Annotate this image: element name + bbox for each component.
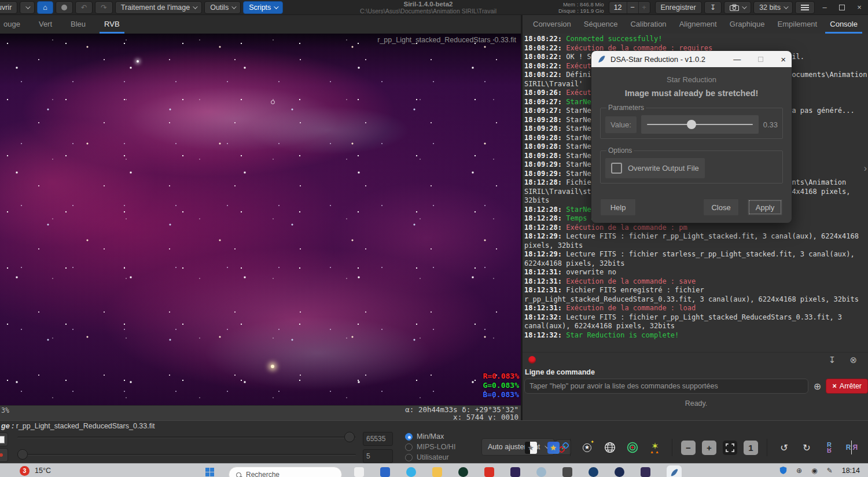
- taskbar-app-icon[interactable]: [510, 467, 520, 477]
- radio-icon[interactable]: [405, 454, 413, 461]
- tab-ouge[interactable]: ouge: [1, 16, 23, 34]
- taskbar-app-icon[interactable]: [380, 467, 390, 477]
- export-log-button[interactable]: ↧: [822, 355, 843, 365]
- dialog-title-bar[interactable]: DSA-Star Reduction - v1.0.2 — ×: [591, 51, 792, 67]
- radio-utilisateur[interactable]: Utilisateur: [405, 452, 455, 463]
- checkbox-icon[interactable]: [611, 163, 622, 174]
- overwrite-checkbox-row[interactable]: Overwrite Output File: [605, 158, 705, 178]
- psf-button[interactable]: [624, 439, 641, 456]
- color-map-button[interactable]: [0, 448, 8, 462]
- zoom-one-button[interactable]: 1: [744, 441, 758, 455]
- notification-badge[interactable]: 3: [20, 466, 30, 476]
- mirror-horizontal-button[interactable]: RЯ: [844, 439, 860, 456]
- shield-icon[interactable]: [779, 466, 787, 475]
- clock[interactable]: 18:14: [842, 467, 860, 475]
- maximize-button[interactable]: [833, 5, 851, 10]
- dialog-close-icon[interactable]: ×: [781, 54, 786, 64]
- taskbar-app-icon[interactable]: [641, 467, 650, 477]
- tab-empilement[interactable]: Empilement: [775, 16, 820, 34]
- home-button[interactable]: ⌂: [37, 1, 53, 14]
- negative-view-button[interactable]: ★: [523, 439, 539, 456]
- tab-bleu[interactable]: Bleu: [68, 16, 88, 34]
- display-mode-button[interactable]: [0, 432, 8, 446]
- stop-button[interactable]: ×Arrêter: [826, 379, 868, 394]
- star-mask-button[interactable]: ★: [545, 439, 561, 456]
- slider-handle[interactable]: [17, 449, 28, 460]
- hamburger-menu-button[interactable]: [795, 1, 815, 14]
- zoom-in-button[interactable]: +: [702, 441, 716, 455]
- tab-console[interactable]: Console: [827, 16, 860, 34]
- apply-button[interactable]: Apply: [747, 199, 783, 216]
- photometry-button[interactable]: ★✦: [579, 439, 595, 456]
- open-recent-dropdown[interactable]: [20, 1, 35, 14]
- hi-value-input[interactable]: [363, 432, 393, 446]
- taskbar-app-icon[interactable]: [615, 467, 624, 477]
- taskbar-app-icon[interactable]: [406, 467, 416, 477]
- rotate-left-button[interactable]: ↺: [776, 439, 792, 456]
- close-button-dialog[interactable]: Close: [703, 199, 739, 216]
- undo-button[interactable]: ↶: [75, 1, 93, 14]
- spinner-minus-button[interactable]: −: [627, 2, 638, 13]
- snapshot-button[interactable]: [724, 1, 751, 14]
- menu-tools[interactable]: Outils: [204, 1, 241, 14]
- dialog-maximize-button[interactable]: [758, 57, 763, 62]
- spinner-plus-button[interactable]: +: [638, 2, 650, 13]
- pen-icon[interactable]: ✎: [827, 467, 833, 475]
- system-tray: ⊕ ◉ ✎ 18:14: [779, 466, 860, 475]
- livestack-button[interactable]: [56, 1, 73, 14]
- taskbar-app-icon[interactable]: [458, 467, 468, 477]
- help-button[interactable]: Help: [600, 199, 636, 216]
- rotate-right-button[interactable]: ↻: [799, 439, 815, 456]
- taskbar-app-icon[interactable]: [562, 467, 572, 477]
- fit-to-window-button[interactable]: [723, 441, 737, 455]
- network-icon[interactable]: ⊕: [796, 467, 802, 475]
- volume-icon[interactable]: ◉: [811, 467, 817, 475]
- taskbar-app-icon[interactable]: [667, 465, 682, 477]
- radio-min-max[interactable]: Min/Max: [405, 431, 455, 442]
- radio-mips-lo-hi[interactable]: MIPS-LO/HI: [405, 442, 455, 452]
- taskbar-app-icon[interactable]: [484, 467, 494, 477]
- close-button[interactable]: ×: [851, 3, 868, 12]
- clear-log-button[interactable]: ⊗: [843, 355, 864, 365]
- weather-temperature[interactable]: 15°C: [35, 467, 51, 475]
- windows-start-button[interactable]: [205, 468, 214, 476]
- slider-handle[interactable]: [344, 432, 355, 442]
- lo-slider[interactable]: [17, 449, 356, 460]
- tab-calibration[interactable]: Calibration: [628, 16, 668, 34]
- taskbar-app-icon[interactable]: [589, 467, 598, 477]
- image-viewport[interactable]: r_pp_Light_stacked_ReducedStars_0.33.fit…: [0, 34, 521, 405]
- taskbar-app-icon[interactable]: [432, 467, 442, 477]
- dialog-minimize-button[interactable]: —: [733, 55, 741, 64]
- menu-image-processing[interactable]: Traitement de l'image: [115, 1, 202, 14]
- hi-slider[interactable]: [17, 432, 356, 442]
- astrometry-button[interactable]: [602, 439, 618, 456]
- dialog-warning: Image must already be stretched!: [600, 89, 783, 98]
- tab-rvb[interactable]: RVB: [102, 16, 122, 34]
- tab-graphique[interactable]: Graphique: [727, 16, 767, 34]
- bit-depth-dropdown[interactable]: 32 bits: [753, 1, 793, 14]
- save-button[interactable]: Enregistrer: [655, 1, 702, 14]
- taskbar-search[interactable]: Recherche: [229, 467, 342, 477]
- save-as-button[interactable]: ↧: [704, 1, 722, 14]
- lo-value-input[interactable]: [363, 449, 393, 463]
- scroll-right-arrow[interactable]: ›: [864, 163, 867, 174]
- tab-vert[interactable]: Vert: [36, 16, 54, 34]
- zoom-out-button[interactable]: −: [681, 441, 696, 455]
- menu-scripts[interactable]: Scripts: [243, 1, 283, 14]
- value-slider[interactable]: [641, 115, 759, 134]
- taskbar-app-icon[interactable]: [536, 467, 546, 477]
- open-button[interactable]: uvrir: [0, 1, 17, 14]
- command-help-button[interactable]: ⊕: [811, 381, 823, 392]
- tab-alignement[interactable]: Alignement: [677, 16, 719, 34]
- mirror-vertical-button[interactable]: RR: [821, 439, 837, 456]
- taskbar-app-icon[interactable]: [354, 467, 364, 477]
- tab-s-quence[interactable]: Séquence: [582, 16, 620, 34]
- star-detection-button[interactable]: ✶▲▲: [647, 439, 663, 456]
- radio-icon[interactable]: [405, 433, 413, 441]
- minimize-button[interactable]: –: [816, 3, 833, 12]
- radio-icon[interactable]: [405, 443, 413, 451]
- command-input[interactable]: [524, 379, 808, 394]
- tab-conversion[interactable]: Conversion: [531, 16, 573, 34]
- redo-button[interactable]: ↷: [95, 1, 112, 14]
- slider-handle[interactable]: [687, 120, 696, 129]
